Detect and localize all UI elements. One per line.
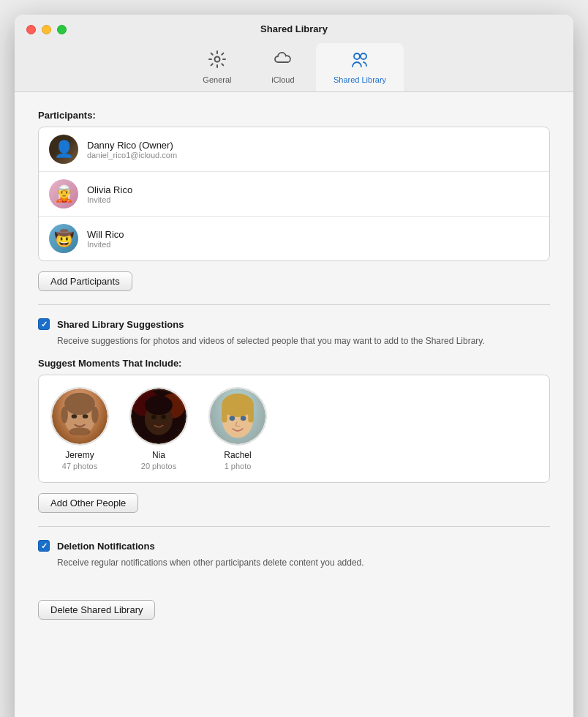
person-count: 1 photo [225,462,252,470]
svg-point-23 [241,416,246,421]
deletion-checkbox[interactable] [38,540,50,552]
person-photo-jeremy [50,387,109,446]
person-name: Jeremy [65,450,94,460]
svg-rect-21 [248,405,254,423]
avatar: 🧝 [49,179,78,209]
table-row: 🤠 Will Rico Invited [39,217,549,260]
person-name: Nia [152,450,165,460]
cloud-icon [273,49,293,72]
tab-shared-library-label: Shared Library [333,75,386,84]
window-title: Shared Library [260,23,328,34]
person-photo-nia [129,387,188,446]
participant-email: daniel_rico1@icloud.com [87,151,177,159]
gear-icon [207,49,227,72]
svg-point-4 [64,393,95,415]
delete-section: Delete Shared Library [38,600,550,620]
svg-point-0 [214,57,219,62]
person-count: 47 photos [62,462,97,470]
svg-point-8 [83,414,88,418]
avatar: 👤 [49,135,78,164]
moments-label: Suggest Moments That Include: [38,358,550,369]
content-area: Participants: 👤 Danny Rico (Owner) danie… [15,92,573,717]
delete-shared-library-button[interactable]: Delete Shared Library [38,600,155,620]
shared-library-icon [350,49,370,72]
deletion-description: Receive regular notifications when other… [57,556,550,569]
tab-general-label: General [203,75,231,84]
tab-icloud[interactable]: iCloud [250,43,316,91]
list-item[interactable]: Nia 20 photos [129,387,188,470]
main-window: Shared Library General [15,15,573,717]
table-row: 👤 Danny Rico (Owner) daniel_rico1@icloud… [39,127,549,172]
suggestions-checkbox[interactable] [38,318,50,330]
participant-info: Will Rico Invited [87,229,124,249]
tab-general[interactable]: General [184,43,250,91]
bottom-spacer [38,620,550,634]
svg-point-1 [354,53,360,59]
svg-point-6 [91,407,98,424]
participants-label: Participants: [38,110,550,121]
svg-point-2 [361,53,366,59]
divider [38,526,550,527]
participant-info: Danny Rico (Owner) daniel_rico1@icloud.c… [87,140,177,159]
participants-list: 👤 Danny Rico (Owner) daniel_rico1@icloud… [38,127,550,261]
toolbar: General iCloud [184,43,404,91]
person-count: 20 photos [141,462,176,470]
add-participants-button[interactable]: Add Participants [38,271,132,291]
svg-point-9 [69,427,91,435]
add-other-people-button[interactable]: Add Other People [38,493,138,513]
svg-point-5 [61,407,68,424]
titlebar: Shared Library General [15,15,573,92]
table-row: 🧝 Olivia Rico Invited [39,172,549,217]
list-item[interactable]: Rachel 1 photo [208,387,267,470]
deletion-checkbox-row: Deletion Notifications [38,540,550,552]
minimize-button[interactable] [42,25,51,34]
tab-shared-library[interactable]: Shared Library [316,43,404,91]
svg-point-15 [151,415,157,419]
maximize-button[interactable] [57,25,67,34]
participant-name: Will Rico [87,229,124,240]
participant-info: Olivia Rico Invited [87,184,132,204]
participant-name: Danny Rico (Owner) [87,140,177,151]
spacer [38,579,550,594]
svg-point-14 [145,396,173,416]
suggestions-description: Receive suggestions for photos and video… [57,334,550,348]
person-photo-rachel [208,387,267,446]
divider [38,304,550,305]
list-item[interactable]: Jeremy 47 photos [50,387,109,470]
deletion-label: Deletion Notifications [57,541,155,552]
suggestions-label: Shared Library Suggestions [57,319,184,330]
people-grid: Jeremy 47 photos [50,387,538,470]
close-button[interactable] [26,25,36,34]
svg-point-22 [230,416,235,421]
participant-name: Olivia Rico [87,184,132,195]
person-name: Rachel [224,450,251,460]
svg-point-7 [72,414,78,418]
svg-point-16 [161,415,166,419]
suggestions-checkbox-row: Shared Library Suggestions [38,318,550,330]
participant-status: Invited [87,195,132,204]
people-grid-wrapper: Jeremy 47 photos [38,375,550,483]
traffic-lights [26,25,67,34]
avatar: 🤠 [49,224,78,253]
tab-icloud-label: iCloud [271,75,294,84]
participant-status: Invited [87,240,124,249]
svg-rect-20 [222,405,227,423]
